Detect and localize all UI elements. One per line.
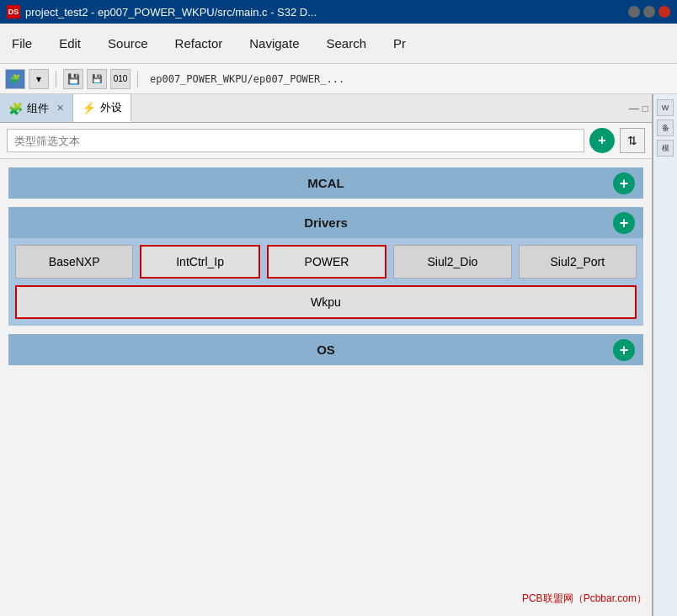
close-button[interactable]: [658, 6, 670, 18]
section-drivers-add-button[interactable]: +: [613, 212, 635, 234]
section-os-label: OS: [317, 343, 335, 357]
tab-components-close[interactable]: ✕: [56, 103, 64, 114]
comp-basenxp[interactable]: BaseNXP: [15, 245, 133, 279]
section-drivers-header: Drivers +: [8, 207, 643, 238]
menu-navigate[interactable]: Navigate: [244, 33, 304, 54]
right-panel: W 备 模: [653, 94, 677, 616]
mcal-add-icon: +: [620, 176, 629, 191]
app-logo: DS: [7, 5, 20, 19]
toolbar-path: ep007_POWER_WKPU/ep007_POWER_...: [150, 73, 344, 85]
comp-power[interactable]: POWER: [267, 245, 386, 279]
toolbar: 🧩 ▾ 💾 💾 010 ep007_POWER_WKPU/ep007_POWER…: [0, 64, 677, 94]
add-icon: +: [598, 133, 605, 148]
section-mcal-label: MCAL: [307, 176, 344, 190]
component-area: MCAL + Drivers + BaseNXP: [0, 159, 652, 616]
menu-search[interactable]: Search: [321, 33, 371, 54]
toolbar-dropdown[interactable]: ▾: [29, 69, 49, 89]
os-add-icon: +: [620, 343, 629, 358]
toolbar-separator-1: [56, 71, 56, 88]
menu-refactor[interactable]: Refactor: [170, 33, 228, 54]
watermark: PCB联盟网（Pcbbar.com）: [522, 592, 647, 606]
toolbar-save[interactable]: 💾: [63, 69, 83, 89]
section-drivers: Drivers + BaseNXP IntCtrl_Ip POWER: [8, 207, 643, 326]
maximize-button[interactable]: [643, 6, 655, 18]
left-panel: 🧩 组件 ✕ ⚡ 外设 — □ + ⇅: [0, 94, 653, 616]
menu-pr[interactable]: Pr: [388, 33, 411, 54]
title-bar: DS project_test2 - ep007_POWER_WKPU/src/…: [0, 0, 677, 24]
comp-wkpu[interactable]: Wkpu: [15, 285, 637, 319]
sort-button[interactable]: ⇅: [620, 128, 645, 153]
title-bar-controls: [628, 6, 670, 18]
toolbar-icon-1[interactable]: 🧩: [5, 69, 25, 89]
menu-edit[interactable]: Edit: [54, 33, 86, 54]
tab-components-label: 组件: [27, 101, 49, 116]
section-drivers-label: Drivers: [304, 215, 348, 230]
tab-peripherals[interactable]: ⚡ 外设: [73, 94, 131, 122]
panel-container: 🧩 组件 ✕ ⚡ 外设 — □ + ⇅: [0, 94, 677, 616]
panel-minimize-icon[interactable]: —: [629, 103, 639, 114]
title-bar-text: project_test2 - ep007_POWER_WKPU/src/mai…: [25, 6, 317, 19]
right-panel-backup-button[interactable]: 备: [657, 119, 674, 136]
panel-maximize-icon[interactable]: □: [642, 103, 648, 114]
peripherals-tab-icon: ⚡: [82, 101, 96, 114]
filter-bar: + ⇅: [0, 123, 652, 159]
right-panel-w-button[interactable]: W: [657, 99, 674, 116]
components-tab-icon: 🧩: [8, 102, 23, 115]
comp-intctrl-ip[interactable]: IntCtrl_Ip: [140, 245, 259, 279]
tab-peripherals-label: 外设: [100, 100, 122, 115]
toolbar-separator-2: [137, 71, 138, 88]
section-os-add-button[interactable]: +: [613, 339, 635, 361]
right-panel-mode-button[interactable]: 模: [657, 140, 674, 157]
filter-input[interactable]: [7, 129, 584, 152]
comp-siul2-dio[interactable]: Siul2_Dio: [393, 245, 511, 279]
section-os: OS +: [8, 334, 643, 365]
minimize-button[interactable]: [628, 6, 640, 18]
section-mcal-add-button[interactable]: +: [613, 173, 635, 194]
section-mcal: MCAL +: [8, 167, 643, 199]
tab-components[interactable]: 🧩 组件 ✕: [0, 94, 73, 122]
section-drivers-body: BaseNXP IntCtrl_Ip POWER Siul2_Dio Siul2…: [8, 238, 643, 326]
menu-file[interactable]: File: [7, 33, 37, 54]
tab-bar: 🧩 组件 ✕ ⚡ 外设 — □: [0, 94, 652, 123]
toolbar-binary[interactable]: 010: [110, 69, 131, 89]
toolbar-saveas[interactable]: 💾: [87, 69, 107, 89]
section-os-header: OS +: [8, 334, 643, 365]
add-component-button[interactable]: +: [589, 128, 615, 153]
sort-icon: ⇅: [627, 134, 637, 147]
menu-bar: File Edit Source Refactor Navigate Searc…: [0, 24, 677, 64]
section-mcal-header: MCAL +: [8, 167, 643, 199]
menu-source[interactable]: Source: [103, 33, 153, 54]
drivers-add-icon: +: [620, 215, 629, 231]
comp-siul2-port[interactable]: Siul2_Port: [519, 245, 637, 279]
